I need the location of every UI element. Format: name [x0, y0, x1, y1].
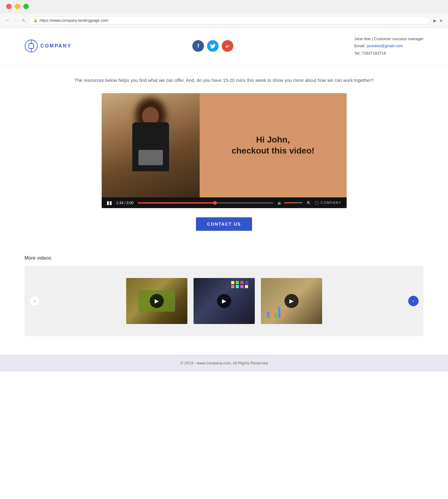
- email-link[interactable]: janedoe@gmail.com: [367, 44, 403, 48]
- fullscreen-button[interactable]: ⇱: [307, 200, 311, 205]
- video-overlay-text: Hi John, checkout this video!: [232, 134, 314, 157]
- url-text: https://www.company.landingpage.com: [40, 18, 108, 23]
- browser-icons: ▶ ★: [433, 18, 443, 23]
- logo-text: COMPANY: [40, 43, 72, 49]
- play-icon-2: ▶: [217, 294, 231, 308]
- browser-bar: ← → ↻ 🔒 https://www.company.landingpage.…: [0, 13, 448, 28]
- volume-icon[interactable]: 🔈: [277, 200, 282, 205]
- contact-section: CONTACT US: [24, 208, 424, 240]
- lock-icon: 🔒: [33, 18, 38, 22]
- pause-button[interactable]: ▮▮: [107, 200, 112, 206]
- contact-tel-line: Tel: 71837183718: [354, 50, 424, 57]
- contact-name: Jane doe | Customer success manager: [354, 35, 424, 42]
- person-body: [132, 122, 169, 171]
- video-thumbnails: ▶: [43, 278, 405, 324]
- video-controls: ▮▮ 1:34 / 3:00 🔈 ⇱ ◯ COMPANY: [102, 197, 347, 208]
- thumb-bg-2: ▶: [194, 278, 255, 324]
- social-buttons: f g+: [192, 40, 233, 52]
- main-section: The resources below helps you find what …: [0, 64, 448, 252]
- tel-label: Tel:: [354, 51, 360, 55]
- email-label: Email:: [354, 44, 365, 48]
- carousel-next-button[interactable]: ›: [408, 296, 419, 306]
- thumb-bg-3: ▶: [261, 278, 322, 324]
- video-player: Hi John, checkout this video! ▮▮ 1:34 / …: [102, 93, 347, 208]
- google-button[interactable]: g+: [222, 40, 233, 52]
- video-thumbnail-3[interactable]: ▶: [261, 278, 322, 324]
- dot-yellow[interactable]: [15, 4, 20, 9]
- bookmark-icon[interactable]: ★: [439, 18, 443, 23]
- tel-number: 71837183718: [362, 51, 386, 55]
- address-bar[interactable]: 🔒 https://www.company.landingpage.com: [29, 16, 430, 25]
- play-icon-1: ▶: [150, 294, 164, 308]
- volume-area: 🔈: [277, 200, 303, 205]
- thumb-bg-1: ▶: [126, 278, 187, 324]
- refresh-button[interactable]: ↻: [22, 18, 26, 23]
- carousel-prev-button[interactable]: ‹: [29, 296, 40, 306]
- footer-text: © 2019 - www.company.com, All Rights Res…: [180, 361, 268, 365]
- title-bar: [0, 0, 448, 13]
- videos-carousel: ‹ ▶: [24, 266, 424, 336]
- progress-bar[interactable]: [138, 202, 273, 204]
- play-icon-3: ▶: [284, 294, 299, 308]
- volume-fill: [284, 202, 294, 203]
- logo-icon: [24, 39, 38, 53]
- brand-watermark: ◯ COMPANY: [315, 201, 342, 205]
- progress-fill: [138, 202, 215, 204]
- page-content: COMPANY f g+ Jane doe | Customer success…: [0, 28, 448, 371]
- video-text-area: Hi John, checkout this video!: [200, 93, 347, 197]
- twitter-button[interactable]: [207, 40, 219, 52]
- contact-us-button[interactable]: CONTACT US: [196, 217, 252, 231]
- dot-red[interactable]: [6, 4, 12, 9]
- dot-green[interactable]: [23, 4, 29, 9]
- video-person-area: [102, 93, 200, 197]
- cast-icon[interactable]: ▶: [433, 18, 437, 23]
- site-header: COMPANY f g+ Jane doe | Customer success…: [0, 28, 448, 64]
- video-thumbnail-1[interactable]: ▶: [126, 278, 187, 324]
- chart-bars: [267, 307, 284, 318]
- volume-bar[interactable]: [284, 202, 303, 203]
- person-background: [102, 93, 200, 197]
- person-figure: [123, 99, 178, 197]
- video-subtext: checkout this video!: [232, 145, 314, 156]
- contact-info: Jane doe | Customer success manager Emai…: [354, 35, 424, 57]
- forward-button[interactable]: →: [13, 17, 19, 24]
- more-videos-title: More videos: [24, 255, 424, 261]
- contact-email-line: Email: janedoe@gmail.com: [354, 42, 424, 49]
- back-button[interactable]: ←: [5, 17, 10, 24]
- sticky-notes: [231, 281, 249, 288]
- tagline: The resources below helps you find what …: [24, 77, 424, 84]
- video-greeting: Hi John,: [232, 134, 314, 145]
- laptop: [138, 150, 163, 165]
- more-videos-section: More videos ‹ ▶: [0, 252, 448, 349]
- facebook-button[interactable]: f: [192, 40, 204, 52]
- video-thumbnail-2[interactable]: ▶: [194, 278, 255, 324]
- site-footer: © 2019 - www.company.com, All Rights Res…: [0, 355, 448, 371]
- svg-rect-1: [29, 44, 34, 48]
- video-main-area: Hi John, checkout this video!: [102, 93, 347, 197]
- progress-thumb: [213, 201, 217, 205]
- time-display: 1:34 / 3:00: [116, 201, 134, 205]
- logo: COMPANY: [24, 39, 72, 53]
